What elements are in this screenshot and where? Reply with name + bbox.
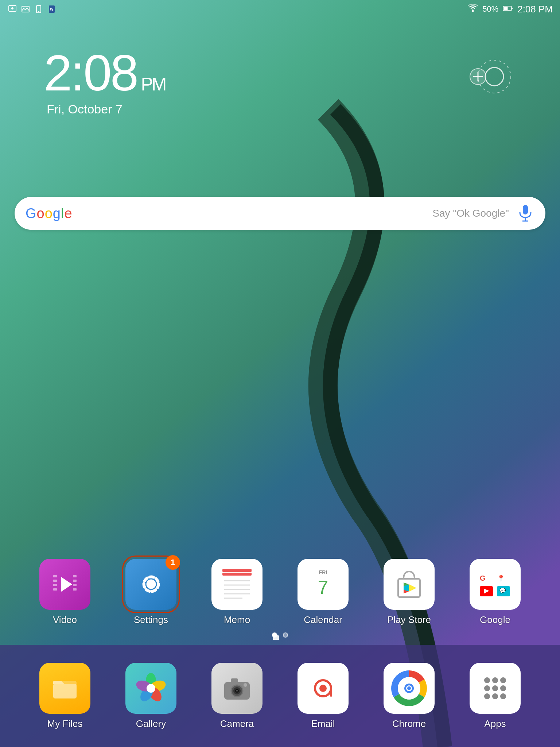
settings-label: Settings	[134, 614, 168, 626]
status-indicators: 50% 2:08 PM	[468, 4, 553, 15]
svg-rect-23	[53, 584, 57, 586]
svg-rect-50	[477, 566, 513, 603]
svg-rect-17	[523, 205, 528, 214]
svg-rect-27	[73, 584, 77, 586]
status-bar: W 50% 2:08 PM	[0, 0, 560, 18]
video-icon	[39, 559, 90, 610]
app-memo[interactable]: Memo	[206, 559, 268, 626]
svg-text:FRI: FRI	[319, 569, 327, 575]
weather-widget[interactable]	[469, 58, 516, 98]
search-hint: Say "Ok Google"	[80, 208, 509, 219]
app-settings[interactable]: 1 Settings	[120, 559, 182, 626]
svg-point-2	[11, 7, 13, 9]
svg-point-81	[407, 686, 411, 690]
screenshot-notification-icon	[7, 4, 18, 14]
myfiles-icon	[39, 663, 90, 714]
app-apps[interactable]: Apps	[464, 663, 526, 729]
svg-text:W: W	[50, 7, 54, 11]
svg-rect-58	[53, 684, 77, 698]
svg-point-88	[500, 685, 506, 691]
chrome-label: Chrome	[392, 718, 426, 729]
clock-widget: 2:08PM Fri, October 7	[44, 47, 165, 116]
app-gallery[interactable]: Gallery	[120, 663, 182, 729]
battery-icon	[503, 4, 513, 14]
clock-date: Fri, October 7	[47, 102, 165, 116]
google-label: Google	[480, 614, 510, 626]
svg-rect-11	[512, 8, 513, 9]
status-notifications: W	[7, 4, 57, 14]
svg-marker-20	[61, 577, 72, 592]
svg-point-86	[484, 685, 490, 691]
battery-percentage: 50%	[482, 4, 498, 14]
apps-icon	[470, 663, 521, 714]
search-bar[interactable]: Google Say "Ok Google"	[15, 197, 545, 230]
email-icon	[298, 663, 349, 714]
playstore-icon	[384, 559, 435, 610]
svg-rect-22	[53, 580, 57, 582]
email-label: Email	[311, 718, 335, 729]
svg-point-13	[485, 67, 503, 86]
calendar-label: Calendar	[304, 614, 342, 626]
settings-icon: 1	[125, 559, 176, 610]
svg-point-74	[319, 685, 327, 692]
app-playstore[interactable]: Play Store	[378, 559, 440, 626]
svg-point-69	[236, 690, 238, 692]
dock: My Files Gallery	[0, 645, 560, 747]
svg-text:G: G	[480, 574, 486, 582]
memo-icon	[211, 559, 262, 610]
svg-rect-33	[222, 573, 252, 576]
image-notification-icon	[20, 4, 31, 14]
svg-rect-70	[231, 678, 238, 683]
svg-rect-32	[222, 569, 252, 572]
app-email[interactable]: Email	[292, 663, 354, 729]
app-calendar[interactable]: FRI 7 Calendar	[292, 559, 354, 626]
chrome-icon	[384, 663, 435, 714]
svg-point-29	[146, 580, 156, 589]
status-time: 2:08 PM	[517, 4, 553, 15]
clock-time: 2:08PM	[44, 47, 165, 98]
app-video[interactable]: Video	[34, 559, 96, 626]
clock-ampm: PM	[141, 74, 165, 94]
gallery-icon	[125, 663, 176, 714]
svg-point-85	[500, 677, 506, 683]
svg-point-87	[492, 685, 498, 691]
svg-point-91	[500, 693, 506, 699]
apps-label: Apps	[484, 718, 506, 729]
google-logo: Google	[26, 206, 73, 221]
word-notification-icon: W	[47, 4, 57, 14]
settings-badge: 1	[166, 555, 180, 570]
camera-label: Camera	[220, 718, 254, 729]
video-label: Video	[53, 614, 77, 626]
app-chrome[interactable]: Chrome	[378, 663, 440, 729]
app-camera[interactable]: Camera	[206, 663, 268, 729]
mic-icon[interactable]	[516, 204, 534, 222]
svg-rect-25	[73, 575, 77, 577]
svg-point-8	[472, 10, 474, 12]
svg-rect-10	[504, 7, 508, 10]
svg-rect-21	[53, 575, 57, 577]
phone-notification-icon	[34, 4, 44, 14]
camera-icon	[211, 663, 262, 714]
playstore-label: Play Store	[387, 614, 431, 626]
wifi-icon	[468, 4, 478, 14]
svg-point-89	[484, 693, 490, 699]
calendar-icon: FRI 7	[298, 559, 349, 610]
memo-label: Memo	[224, 614, 250, 626]
app-google[interactable]: G 📍 💬 Google	[464, 559, 526, 626]
app-myfiles[interactable]: My Files	[34, 663, 96, 729]
apps-row: Video 1 Settings	[0, 550, 560, 634]
svg-point-90	[492, 693, 498, 699]
google-app-icon: G 📍 💬	[470, 559, 521, 610]
svg-rect-26	[73, 580, 77, 582]
gallery-label: Gallery	[136, 718, 166, 729]
svg-rect-24	[53, 588, 57, 591]
svg-text:💬: 💬	[499, 588, 506, 594]
myfiles-label: My Files	[47, 718, 83, 729]
svg-point-71	[244, 683, 247, 687]
svg-point-84	[492, 677, 498, 683]
svg-text:7: 7	[318, 577, 328, 598]
svg-point-64	[147, 684, 155, 693]
svg-point-83	[484, 677, 490, 683]
svg-text:📍: 📍	[497, 574, 505, 582]
svg-rect-28	[73, 588, 77, 591]
